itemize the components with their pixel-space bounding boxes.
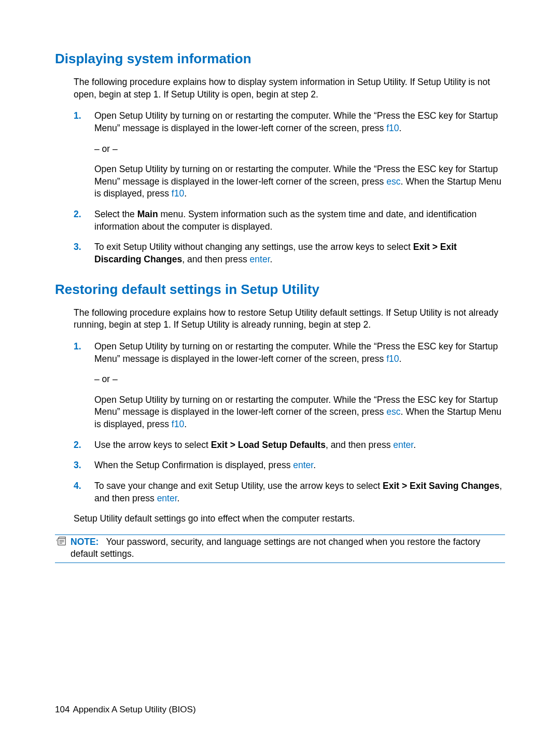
text: . — [184, 419, 187, 429]
list-item: 4. To save your change and exit Setup Ut… — [74, 480, 505, 504]
key-esc: esc — [386, 406, 400, 417]
list-number: 3. — [74, 241, 94, 265]
note-block: NOTE:Your password, security, and langua… — [55, 535, 505, 563]
key-enter: enter — [293, 460, 313, 470]
step-text: Open Setup Utility by turning on or rest… — [94, 110, 505, 134]
key-f10: f10 — [386, 354, 399, 364]
heading-displaying-system-info: Displaying system information — [55, 50, 505, 68]
text: Use the arrow keys to select — [94, 440, 211, 450]
list-item: 1. Open Setup Utility by turning on or r… — [74, 341, 505, 431]
footer-text: Appendix A Setup Utility (BIOS) — [73, 705, 195, 714]
note-icon — [55, 536, 71, 551]
step-text: When the Setup Confirmation is displayed… — [94, 459, 505, 472]
key-enter: enter — [250, 254, 270, 264]
step-text: Use the arrow keys to select Exit > Load… — [94, 439, 505, 452]
list-body: When the Setup Confirmation is displayed… — [94, 459, 505, 472]
text: Open Setup Utility by turning on or rest… — [94, 110, 498, 133]
list-body: Open Setup Utility by turning on or rest… — [94, 110, 505, 200]
section1-list: 1. Open Setup Utility by turning on or r… — [74, 110, 505, 265]
bold-text: Main — [137, 209, 158, 219]
step-text: Open Setup Utility by turning on or rest… — [94, 394, 505, 431]
step-text: To save your change and exit Setup Utili… — [94, 480, 505, 504]
list-number: 3. — [74, 459, 94, 472]
list-body: To exit Setup Utility without changing a… — [94, 241, 505, 265]
text: . — [270, 254, 273, 264]
bold-text: Exit > Load Setup Defaults — [211, 440, 326, 450]
key-enter: enter — [157, 493, 177, 503]
text: To save your change and exit Setup Utili… — [94, 481, 383, 491]
text: To exit Setup Utility without changing a… — [94, 242, 413, 252]
or-separator: – or – — [94, 373, 505, 386]
list-number: 4. — [74, 480, 94, 504]
step-text: To exit Setup Utility without changing a… — [94, 241, 505, 265]
list-number: 2. — [74, 439, 94, 452]
text: . — [399, 354, 402, 364]
list-number: 2. — [74, 208, 94, 233]
list-number: 1. — [74, 110, 94, 200]
text: , and then press — [326, 440, 393, 450]
page-footer: 104Appendix A Setup Utility (BIOS) — [55, 704, 196, 716]
key-f10: f10 — [386, 123, 399, 133]
text: Select the — [94, 209, 137, 219]
text: . — [313, 460, 316, 470]
list-item: 3. To exit Setup Utility without changin… — [74, 241, 505, 265]
step-text: Select the Main menu. System information… — [94, 208, 505, 233]
section2-intro: The following procedure explains how to … — [74, 307, 505, 331]
text: When the Setup Confirmation is displayed… — [94, 460, 293, 470]
key-esc: esc — [386, 176, 400, 187]
bold-text: Exit > Exit Saving Changes — [383, 481, 499, 491]
step-text: Open Setup Utility by turning on or rest… — [94, 163, 505, 200]
note-body: Your password, security, and language se… — [71, 537, 480, 559]
heading-restoring-defaults: Restoring default settings in Setup Util… — [55, 280, 505, 299]
key-enter: enter — [393, 440, 413, 450]
text: , and then press — [182, 254, 249, 264]
text: . — [413, 440, 416, 450]
list-item: 1. Open Setup Utility by turning on or r… — [74, 110, 505, 200]
or-separator: – or – — [94, 143, 505, 156]
list-body: To save your change and exit Setup Utili… — [94, 480, 505, 504]
list-number: 1. — [74, 341, 94, 431]
list-body: Select the Main menu. System information… — [94, 208, 505, 233]
section2-list: 1. Open Setup Utility by turning on or r… — [74, 341, 505, 504]
step-text: Open Setup Utility by turning on or rest… — [94, 341, 505, 365]
list-item: 2. Use the arrow keys to select Exit > L… — [74, 439, 505, 452]
section1-intro: The following procedure explains how to … — [74, 76, 505, 101]
key-f10: f10 — [172, 419, 184, 429]
text: . — [399, 123, 402, 133]
list-item: 3. When the Setup Confirmation is displa… — [74, 459, 505, 472]
list-body: Use the arrow keys to select Exit > Load… — [94, 439, 505, 452]
note-label: NOTE: — [71, 537, 106, 547]
page-number: 104 — [55, 705, 69, 714]
note-text: NOTE:Your password, security, and langua… — [71, 536, 505, 560]
text: . — [177, 493, 180, 503]
list-body: Open Setup Utility by turning on or rest… — [94, 341, 505, 431]
text: Open Setup Utility by turning on or rest… — [94, 341, 498, 364]
section2-aftertext: Setup Utility default settings go into e… — [74, 513, 505, 525]
key-f10: f10 — [172, 188, 184, 199]
list-item: 2. Select the Main menu. System informat… — [74, 208, 505, 233]
text: . — [184, 188, 187, 199]
